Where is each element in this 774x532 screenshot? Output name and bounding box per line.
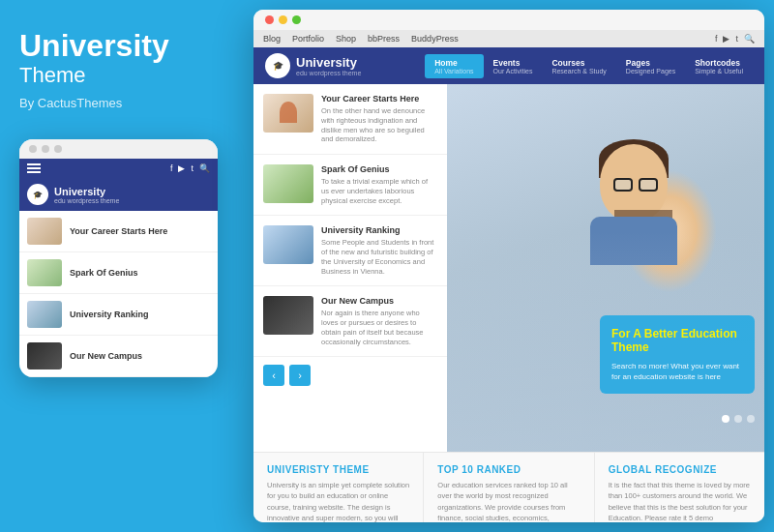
- list-item-title: Our New Campus: [321, 296, 437, 306]
- bottom-col-text: University is an simple yet complete sol…: [267, 480, 409, 522]
- search-icon[interactable]: 🔍: [744, 34, 755, 44]
- list-item-desc: Nor again is there anyone who loves or p…: [321, 309, 437, 346]
- list-item-desc: On the other hand we denounce with right…: [321, 106, 437, 144]
- list-item-title: University Ranking: [321, 225, 437, 235]
- bottom-col-title: GLOBAL RECOGNIZE: [609, 464, 751, 475]
- slider-dot-1[interactable]: [722, 415, 729, 423]
- list-item: Spark Of Genius To take a trivial exampl…: [253, 155, 447, 216]
- brand-title: University: [19, 29, 218, 63]
- tw-icon[interactable]: t: [191, 163, 194, 173]
- browser-link[interactable]: Portfolio: [292, 34, 324, 44]
- desktop-logo-text-block: University edu wordpress theme: [296, 55, 361, 76]
- mobile-item-title: Spark Of Genius: [70, 268, 138, 278]
- list-item-content: Your Career Starts Here On the other han…: [321, 94, 437, 144]
- list-thumb-4: [263, 296, 313, 335]
- yt-icon[interactable]: ▶: [178, 163, 185, 173]
- bottom-col-text: It is the fact that this theme is loved …: [609, 480, 751, 522]
- desktop-browser-nav: BlogPortfolioShopbbPressBuddyPress f ▶ t…: [253, 30, 764, 47]
- list-nav-arrows: ‹ ›: [253, 357, 447, 394]
- list-thumb-3: [263, 225, 313, 264]
- nav-item-courses[interactable]: Courses Research & Study: [542, 54, 615, 78]
- mobile-list-item: Your Career Starts Here: [19, 211, 218, 252]
- nav-label: Events: [493, 58, 533, 68]
- mobile-logo-sub: edu wordpress theme: [54, 197, 119, 204]
- list-item-desc: Some People and Students in front of the…: [321, 238, 437, 276]
- nav-label: Courses: [551, 58, 606, 68]
- left-lens: [613, 178, 633, 192]
- hero-person: [590, 139, 677, 246]
- nav-sub: Designed Pages: [626, 68, 675, 74]
- slider-dot-3[interactable]: [747, 415, 755, 423]
- nav-sub: All Variations: [434, 68, 473, 74]
- fb-icon[interactable]: f: [170, 163, 173, 173]
- social-tw[interactable]: t: [735, 34, 738, 44]
- bottom-col-0: UNIVERISTY THEME University is an simple…: [253, 453, 424, 522]
- list-thumb-2: [263, 164, 313, 203]
- mobile-list-item: University Ranking: [19, 294, 218, 336]
- content-list: Your Career Starts Here On the other han…: [253, 84, 447, 452]
- browser-link[interactable]: bbPress: [368, 34, 400, 44]
- desktop-nav: Home All Variations Events Our Activitie…: [425, 54, 753, 78]
- nav-item-home[interactable]: Home All Variations: [425, 54, 483, 78]
- nav-item-events[interactable]: Events Our Activities: [484, 54, 543, 78]
- glasses: [613, 178, 658, 192]
- hero-card: For A Better Education Theme Search no m…: [600, 315, 755, 394]
- browser-link[interactable]: Shop: [336, 34, 356, 44]
- desktop-logo-text: University: [296, 55, 361, 70]
- mobile-logo-circle: 🎓: [27, 184, 48, 205]
- mobile-logo-block: University edu wordpress theme: [54, 186, 119, 204]
- bottom-col-2: GLOBAL RECOGNIZE It is the fact that thi…: [595, 453, 764, 522]
- mobile-thumb-2: [27, 259, 62, 286]
- dot-green: [54, 145, 62, 153]
- browser-links: BlogPortfolioShopbbPressBuddyPress: [263, 34, 459, 44]
- list-item-content: Our New Campus Nor again is there anyone…: [321, 296, 437, 346]
- prev-arrow[interactable]: ‹: [263, 365, 284, 386]
- mobile-logo-bar: 🎓 University edu wordpress theme: [19, 178, 218, 211]
- browser-link[interactable]: BuddyPress: [411, 34, 459, 44]
- face: [600, 144, 668, 222]
- list-item-title: Your Career Starts Here: [321, 94, 437, 103]
- mobile-mockup: f ▶ t 🔍 🎓 University edu wordpress theme…: [19, 139, 218, 377]
- mobile-logo-text: University: [54, 186, 119, 197]
- browser-dot-red: [265, 15, 274, 24]
- mobile-item-title: Our New Campus: [70, 351, 142, 361]
- bottom-col-title: UNIVERISTY THEME: [267, 464, 409, 475]
- search-icon[interactable]: 🔍: [199, 163, 210, 173]
- nav-item-shortcodes[interactable]: Shortcodes Simple & Useful: [685, 54, 753, 78]
- list-thumb-1: [263, 94, 313, 133]
- hero-card-desc: Search no more! What you ever want for a…: [611, 361, 743, 382]
- browser-social: f ▶ t 🔍: [715, 34, 755, 44]
- slider-dot-2[interactable]: [734, 415, 742, 423]
- desktop-top-bar: [253, 10, 764, 30]
- next-arrow[interactable]: ›: [289, 365, 311, 386]
- mobile-list-item: Spark Of Genius: [19, 252, 218, 294]
- nav-label: Pages: [626, 58, 675, 68]
- list-item-content: Spark Of Genius To take a trivial exampl…: [321, 164, 437, 205]
- mobile-nav-icons: f ▶ t 🔍: [170, 163, 210, 173]
- nav-item-pages[interactable]: Pages Designed Pages: [616, 54, 685, 78]
- hero-slider-controls: [722, 415, 755, 423]
- list-item: Our New Campus Nor again is there anyone…: [253, 286, 447, 357]
- bottom-col-title: TOP 10 RANKED: [437, 464, 580, 475]
- mobile-thumb-1: [27, 218, 62, 245]
- brand-subtitle: Theme: [19, 63, 218, 88]
- bottom-col-text: Our education services ranked top 10 all…: [437, 480, 580, 522]
- desktop-mockup: BlogPortfolioShopbbPressBuddyPress f ▶ t…: [253, 10, 764, 522]
- hero-area: For A Better Education Theme Search no m…: [447, 84, 764, 452]
- list-item-title: Spark Of Genius: [321, 164, 437, 174]
- hamburger-icon[interactable]: [27, 163, 41, 173]
- mobile-list: Your Career Starts Here Spark Of Genius …: [19, 211, 218, 377]
- desktop-bottom-bar: UNIVERISTY THEME University is an simple…: [253, 452, 764, 522]
- social-fb[interactable]: f: [715, 34, 718, 44]
- mobile-thumb-4: [27, 342, 62, 369]
- left-panel: University Theme By CactusThemes f ▶ t 🔍…: [0, 0, 237, 532]
- list-item: Your Career Starts Here On the other han…: [253, 84, 447, 155]
- desktop-header: 🎓 University edu wordpress theme Home Al…: [253, 47, 764, 84]
- browser-dot-yellow: [279, 15, 287, 24]
- bottom-col-1: TOP 10 RANKED Our education services ran…: [424, 453, 594, 522]
- browser-link[interactable]: Blog: [263, 34, 281, 44]
- social-yt[interactable]: ▶: [723, 34, 729, 44]
- desktop-logo: 🎓 University edu wordpress theme: [265, 53, 361, 78]
- mobile-list-item: Our New Campus: [19, 336, 218, 377]
- dot-yellow: [42, 145, 49, 153]
